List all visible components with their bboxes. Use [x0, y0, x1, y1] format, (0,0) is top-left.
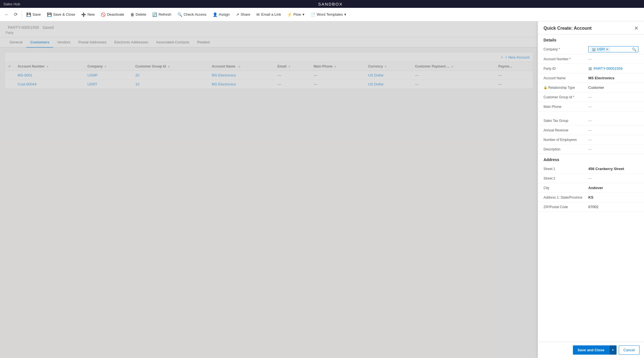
deactivate-button[interactable]: 🚫 Deactivate	[98, 11, 127, 18]
main-phone-field: Main Phone ---	[538, 102, 644, 111]
new-button[interactable]: ➕ New	[78, 11, 97, 18]
share-button[interactable]: ↗ Share	[233, 11, 253, 18]
account-name-value: MS Electronics	[588, 75, 638, 80]
company-chip: 🏢 USPI ✕	[590, 47, 610, 52]
account-name-field: Account Name MS Electronics	[538, 73, 644, 83]
new-icon: ➕	[81, 12, 86, 17]
company-search-icon[interactable]: 🔍	[632, 47, 636, 52]
account-name-label: Account Name	[544, 75, 588, 80]
state-province-field: Address 1: State/Province KS	[538, 193, 644, 202]
customer-group-id-value: ---	[588, 94, 638, 99]
main-wrapper: PARTY-00001559 Saved Party General Custo…	[0, 21, 644, 358]
cancel-button[interactable]: Cancel	[619, 345, 640, 355]
account-number-field: Account Number * ---	[538, 54, 644, 64]
cmd-separator-1	[22, 11, 22, 18]
state-province-label: Address 1: State/Province	[544, 194, 588, 199]
flow-icon: ⚡	[287, 12, 292, 17]
street1-field: Street 1 456 Cranberry Street	[538, 164, 644, 174]
address-section-title: Address	[538, 154, 644, 164]
save-and-close-button[interactable]: Save and Close	[573, 345, 609, 355]
details-section-title: Details	[538, 34, 644, 45]
company-input-wrap[interactable]: 🏢 USPI ✕ 🔍	[588, 46, 638, 52]
word-templates-chevron-icon: ▾	[344, 12, 346, 17]
save-button[interactable]: 💾 Save	[24, 11, 44, 18]
party-id-value[interactable]: 🏢 PARTY-00001559	[588, 66, 638, 71]
check-access-icon: 🔍	[177, 12, 182, 17]
main-phone-label: Main Phone	[544, 104, 588, 109]
sales-tax-group-field: Sales Tax Group ---	[538, 116, 644, 125]
customer-group-id-required-star: *	[573, 95, 574, 99]
title-bar: Sales Hub SANDBOX	[0, 0, 644, 8]
street1-value: 456 Cranberry Street	[588, 166, 638, 171]
state-province-value: KS	[588, 194, 638, 199]
quick-create-body: Details Company * 🏢 USPI ✕ 🔍	[538, 34, 644, 342]
company-label: Company *	[544, 46, 588, 51]
email-link-button[interactable]: ✉ Email a Link	[254, 11, 284, 18]
forward-button[interactable]: ⟳	[12, 11, 20, 18]
quick-create-footer: Save and Close ▾ Cancel	[538, 342, 644, 358]
refresh-button[interactable]: 🔄 Refresh	[149, 11, 174, 18]
word-templates-button[interactable]: 📄 Word Templates ▾	[308, 11, 349, 18]
command-bar: ← ⟳ 💾 Save 💾 Save & Close ➕ New 🚫 Deacti…	[0, 8, 644, 21]
sales-tax-group-label: Sales Tax Group	[544, 118, 588, 123]
save-close-icon: 💾	[47, 12, 52, 17]
company-chip-icon: 🏢	[592, 48, 596, 51]
relationship-type-label: 🔒 Relationship Type	[544, 85, 588, 90]
app-name: Sales Hub	[3, 2, 20, 6]
left-content: PARTY-00001559 Saved Party General Custo…	[0, 21, 538, 358]
street2-field: Street 2 ---	[538, 174, 644, 183]
spacer-1	[538, 111, 644, 116]
flow-chevron-icon: ▾	[303, 12, 305, 17]
zip-code-value: 67002	[588, 204, 638, 209]
annual-revenue-label: Annual Revenue	[544, 127, 588, 132]
flow-button[interactable]: ⚡ Flow ▾	[284, 11, 307, 18]
account-number-required-star: *	[569, 57, 571, 61]
street1-label: Street 1	[544, 166, 588, 171]
quick-create-title: Quick Create: Account	[544, 26, 592, 31]
save-and-close-dropdown-button[interactable]: ▾	[609, 345, 617, 355]
relationship-type-field: 🔒 Relationship Type Customer	[538, 83, 644, 92]
relationship-type-value: Customer	[588, 85, 638, 90]
company-chip-remove-button[interactable]: ✕	[606, 48, 608, 51]
num-employees-label: Number of Employees	[544, 137, 588, 142]
street2-label: Street 2	[544, 175, 588, 180]
dimmed-overlay	[0, 21, 538, 358]
party-id-label: Party ID	[544, 66, 588, 71]
email-icon: ✉	[256, 12, 260, 17]
description-field: Description ---	[538, 145, 644, 154]
save-close-button[interactable]: 💾 Save & Close	[44, 11, 78, 18]
refresh-icon: 🔄	[152, 12, 157, 17]
check-access-button[interactable]: 🔍 Check Access	[175, 11, 209, 18]
sales-tax-group-value: ---	[588, 118, 638, 123]
annual-revenue-value: ---	[588, 127, 638, 132]
zip-code-field: ZIP/Postal Code 67002	[538, 202, 644, 212]
save-icon: 💾	[26, 12, 31, 17]
delete-icon: 🗑	[130, 12, 134, 17]
back-button[interactable]: ←	[2, 11, 11, 18]
num-employees-value: ---	[588, 137, 638, 142]
description-label: Description	[544, 146, 588, 151]
main-phone-value: ---	[588, 104, 638, 109]
city-field: City Andover	[538, 183, 644, 193]
annual-revenue-field: Annual Revenue ---	[538, 125, 644, 135]
spacer-bottom	[538, 212, 644, 217]
lock-icon: 🔒	[544, 86, 547, 89]
street2-value: ---	[588, 175, 638, 180]
company-field: Company * 🏢 USPI ✕ 🔍	[538, 45, 644, 54]
assign-icon: 👤	[213, 12, 217, 17]
company-chip-value: USPI	[597, 47, 605, 51]
word-templates-icon: 📄	[311, 12, 315, 17]
quick-create-close-button[interactable]: ✕	[634, 26, 638, 31]
delete-button[interactable]: 🗑 Delete	[128, 11, 149, 18]
num-employees-field: Number of Employees ---	[538, 135, 644, 145]
customer-group-id-label: Customer Group Id *	[544, 94, 588, 99]
account-number-value: ---	[588, 56, 638, 61]
assign-button[interactable]: 👤 Assign	[210, 11, 233, 18]
quick-create-panel: Quick Create: Account ✕ Details Company …	[538, 21, 644, 358]
account-number-label: Account Number *	[544, 56, 588, 61]
party-id-field: Party ID 🏢 PARTY-00001559	[538, 64, 644, 73]
customer-group-id-field: Customer Group Id * ---	[538, 92, 644, 102]
company-required-star: *	[559, 47, 560, 51]
share-icon: ↗	[236, 12, 239, 17]
city-value: Andover	[588, 185, 638, 190]
